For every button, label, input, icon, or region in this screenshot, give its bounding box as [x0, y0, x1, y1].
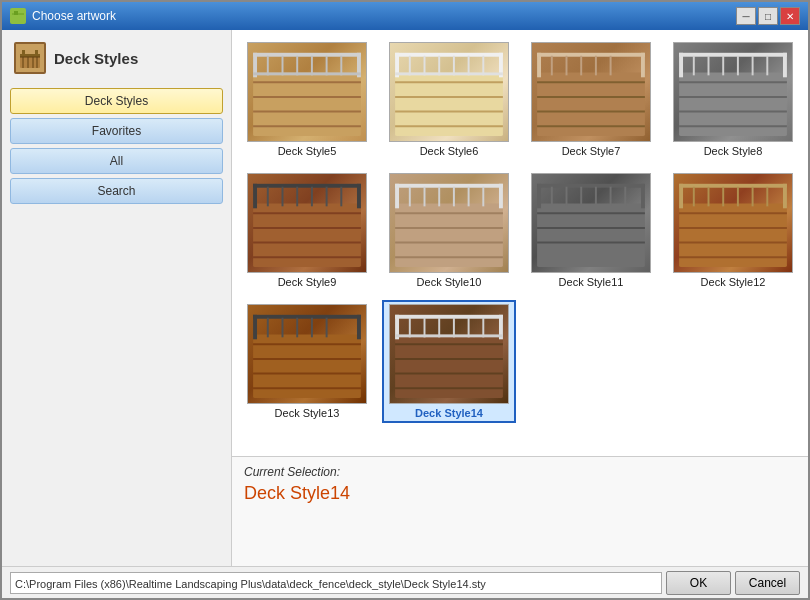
svg-rect-6	[22, 50, 25, 56]
deck12-label: Deck Style12	[701, 276, 766, 288]
window-icon	[10, 8, 26, 24]
grid-item-deck8[interactable]: Deck Style8	[666, 38, 800, 161]
favorites-button[interactable]: Favorites	[10, 118, 223, 144]
maximize-button[interactable]: □	[758, 7, 778, 25]
svg-rect-50	[537, 53, 645, 57]
window-controls: ─ □ ✕	[736, 7, 800, 25]
ok-button[interactable]: OK	[666, 571, 731, 595]
grid-item-deck7[interactable]: Deck Style7	[524, 38, 658, 161]
deck5-image	[247, 42, 367, 142]
grid-item-deck6[interactable]: Deck Style6	[382, 38, 516, 161]
deck9-label: Deck Style9	[278, 276, 337, 288]
svg-rect-91	[395, 184, 503, 188]
deck7-image	[531, 42, 651, 142]
svg-rect-36	[395, 72, 503, 75]
all-button[interactable]: All	[10, 148, 223, 174]
svg-rect-20	[253, 53, 361, 57]
main-panel: Deck Style5	[232, 30, 808, 566]
deck10-label: Deck Style10	[417, 276, 482, 288]
svg-rect-77	[253, 184, 361, 188]
svg-rect-145	[395, 315, 503, 319]
svg-rect-132	[253, 315, 361, 319]
deck12-image	[673, 173, 793, 273]
selection-panel: Current Selection: Deck Style14	[232, 456, 808, 566]
search-button[interactable]: Search	[10, 178, 223, 204]
deck11-image	[531, 173, 651, 273]
content-area: Deck Styles Deck Styles Favorites All Se…	[2, 30, 808, 566]
svg-rect-146	[395, 334, 503, 337]
deck14-image	[389, 304, 509, 404]
svg-rect-118	[679, 184, 787, 188]
artwork-grid: Deck Style5	[232, 30, 808, 456]
sidebar: Deck Styles Deck Styles Favorites All Se…	[2, 30, 232, 566]
deck13-image	[247, 304, 367, 404]
deck7-label: Deck Style7	[562, 145, 621, 157]
deck9-image	[247, 173, 367, 273]
svg-rect-63	[679, 53, 787, 57]
grid-item-deck5[interactable]: Deck Style5	[240, 38, 374, 161]
deck5-label: Deck Style5	[278, 145, 337, 157]
deck11-label: Deck Style11	[559, 276, 624, 288]
grid-item-deck14[interactable]: Deck Style14	[382, 300, 516, 423]
deck10-image	[389, 173, 509, 273]
svg-rect-2	[12, 13, 24, 15]
deck14-label: Deck Style14	[415, 407, 483, 419]
grid-item-deck9[interactable]: Deck Style9	[240, 169, 374, 292]
svg-rect-104	[537, 184, 645, 188]
deck-styles-button[interactable]: Deck Styles	[10, 88, 223, 114]
deck6-image	[389, 42, 509, 142]
sidebar-title: Deck Styles	[54, 50, 138, 67]
svg-rect-21	[253, 72, 361, 75]
minimize-button[interactable]: ─	[736, 7, 756, 25]
grid-item-deck11[interactable]: Deck Style11	[524, 169, 658, 292]
deck8-image	[673, 42, 793, 142]
selection-value: Deck Style14	[244, 483, 796, 504]
close-button[interactable]: ✕	[780, 7, 800, 25]
bottom-bar: C:\Program Files (x86)\Realtime Landscap…	[2, 566, 808, 598]
grid-item-deck10[interactable]: Deck Style10	[382, 169, 516, 292]
grid-item-deck12[interactable]: Deck Style12	[666, 169, 800, 292]
sidebar-header-icon	[14, 42, 46, 74]
svg-rect-35	[395, 53, 503, 57]
filepath-display: C:\Program Files (x86)\Realtime Landscap…	[10, 572, 662, 594]
deck8-label: Deck Style8	[704, 145, 763, 157]
deck13-label: Deck Style13	[275, 407, 340, 419]
cancel-button[interactable]: Cancel	[735, 571, 800, 595]
title-bar: Choose artwork ─ □ ✕	[2, 2, 808, 30]
selection-label: Current Selection:	[244, 465, 796, 479]
grid-item-deck13[interactable]: Deck Style13	[240, 300, 374, 423]
window-title: Choose artwork	[32, 9, 736, 23]
svg-rect-7	[35, 50, 38, 56]
main-window: Choose artwork ─ □ ✕	[0, 0, 810, 600]
deck6-label: Deck Style6	[420, 145, 479, 157]
sidebar-header: Deck Styles	[10, 38, 223, 78]
